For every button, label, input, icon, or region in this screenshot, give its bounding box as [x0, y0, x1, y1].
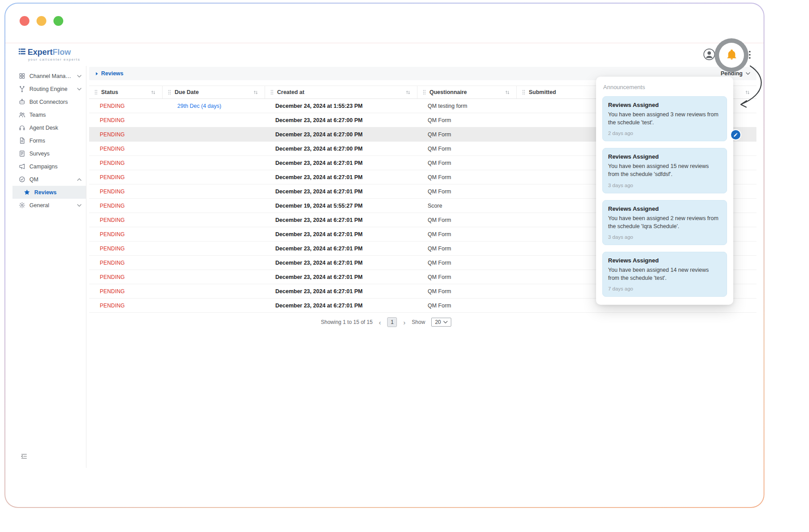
cell-due — [162, 299, 265, 312]
cell-questionnaire: QM Form — [417, 156, 516, 170]
collapse-sidebar-icon[interactable] — [12, 448, 86, 468]
cell-due — [162, 227, 265, 241]
announcement-title: Reviews Assigned — [608, 257, 721, 264]
sort-icon[interactable] — [505, 90, 510, 95]
cell-questionnaire: QM Form — [417, 142, 516, 156]
drag-handle-icon[interactable] — [423, 90, 426, 95]
column-header-status: Status — [89, 86, 162, 98]
brand-logo: ExpertFlow your callcenter experts — [19, 48, 80, 61]
cell-created: December 23, 2024 at 6:27:01 PM — [265, 241, 417, 255]
cell-due — [162, 170, 265, 184]
sidebar-item-qm[interactable]: QM — [12, 173, 86, 186]
next-page-button[interactable]: › — [403, 319, 405, 326]
announcement-card[interactable]: Reviews AssignedYou have been assigned 2… — [602, 200, 727, 245]
headset-icon — [19, 124, 25, 131]
column-header-questionnaire: Questionnaire — [417, 86, 516, 98]
breadcrumb-label: Reviews — [101, 70, 123, 77]
drag-handle-icon[interactable] — [94, 90, 98, 95]
announcements-list: Reviews AssignedYou have been assigned 3… — [602, 96, 727, 297]
caret-right-icon — [95, 72, 98, 76]
drag-handle-icon[interactable] — [522, 90, 525, 95]
announcement-card[interactable]: Reviews AssignedYou have been assigned 3… — [602, 96, 727, 141]
column-header-due-date: Due Date — [162, 86, 265, 98]
cell-due — [162, 127, 265, 141]
sidebar-item-agent-desk[interactable]: Agent Desk — [12, 121, 86, 134]
cell-due — [162, 113, 265, 127]
cell-status: PENDING — [89, 156, 162, 170]
sidebar-item-label: Teams — [29, 112, 46, 118]
cell-due — [162, 270, 265, 284]
cell-created: December 23, 2024 at 6:27:01 PM — [265, 256, 417, 270]
survey-icon — [19, 150, 25, 157]
minimize-button[interactable] — [37, 16, 46, 26]
sidebar-item-routing-engine[interactable]: Routing Engine — [12, 82, 86, 95]
page-number-button[interactable]: 1 — [387, 317, 397, 327]
chevron-up-icon — [77, 178, 82, 181]
titlebar — [5, 4, 764, 43]
sidebar-item-label: General — [29, 202, 49, 209]
cell-created: December 23, 2024 at 6:27:01 PM — [265, 156, 417, 170]
notifications-button[interactable] — [719, 43, 744, 68]
sidebar-item-reviews[interactable]: Reviews — [12, 186, 86, 199]
cell-created: December 23, 2024 at 6:27:01 PM — [265, 270, 417, 284]
cell-questionnaire: QM Form — [417, 270, 516, 284]
pagination: Showing 1 to 15 of 15 ‹ 1 › Show 20 — [89, 317, 756, 327]
cell-created: December 23, 2024 at 6:27:01 PM — [265, 227, 417, 241]
row-action-button[interactable] — [731, 130, 740, 139]
sidebar-item-teams[interactable]: Teams — [12, 108, 86, 121]
column-label: Questionnaire — [429, 89, 467, 95]
sidebar-item-bot-connectors[interactable]: Bot Connectors — [12, 95, 86, 108]
cell-due — [162, 199, 265, 213]
close-button[interactable] — [20, 16, 29, 26]
cell-due — [162, 142, 265, 156]
announcement-body: You have been assigned 14 new reviews fr… — [608, 266, 721, 282]
chevron-down-icon — [77, 204, 82, 207]
cell-questionnaire: QM Form — [417, 184, 516, 198]
user-avatar-icon[interactable] — [703, 48, 715, 61]
cell-status: PENDING — [89, 170, 162, 184]
cell-created: December 19, 2024 at 5:55:27 PM — [265, 199, 417, 213]
sidebar-item-forms[interactable]: Forms — [12, 134, 86, 147]
kebab-menu-icon[interactable] — [748, 50, 751, 61]
breadcrumb[interactable]: Reviews — [95, 70, 123, 77]
sidebar-item-label: Bot Connectors — [29, 99, 68, 105]
cell-due — [162, 256, 265, 270]
chevron-down-icon — [443, 321, 448, 323]
announcement-title: Reviews Assigned — [608, 153, 721, 160]
previous-page-button[interactable]: ‹ — [379, 319, 381, 326]
announcements-title: Announcements — [603, 84, 726, 90]
cell-status: PENDING — [89, 270, 162, 284]
sidebar-item-campaigns[interactable]: Campaigns — [12, 160, 86, 173]
announcement-time: 3 days ago — [608, 183, 721, 188]
sort-icon[interactable] — [151, 90, 156, 95]
cell-created: December 23, 2024 at 6:27:01 PM — [265, 284, 417, 298]
sidebar-item-label: Agent Desk — [29, 125, 58, 131]
sidebar-item-surveys[interactable]: Surveys — [12, 147, 86, 160]
cell-created: December 23, 2024 at 6:27:00 PM — [265, 113, 417, 127]
cell-due — [162, 184, 265, 198]
sort-icon[interactable] — [745, 90, 750, 95]
drag-handle-icon[interactable] — [168, 90, 171, 95]
sort-icon[interactable] — [253, 90, 258, 95]
gear-icon — [19, 202, 25, 209]
cell-questionnaire: QM Form — [417, 256, 516, 270]
cell-questionnaire: QM Form — [417, 284, 516, 298]
cell-due — [162, 156, 265, 170]
announcement-body: You have been assigned 15 new reviews fr… — [608, 162, 721, 178]
megaphone-icon — [19, 163, 25, 170]
window-surface: ExpertFlow your callcenter experts Chann… — [5, 4, 764, 507]
sort-icon[interactable] — [405, 90, 411, 95]
sidebar-item-channel-manager[interactable]: Channel Manager — [12, 70, 86, 82]
drag-handle-icon[interactable] — [270, 90, 274, 95]
announcement-card[interactable]: Reviews AssignedYou have been assigned 1… — [602, 252, 727, 297]
announcement-body: You have been assigned 2 new reviews fro… — [608, 214, 721, 230]
pagination-summary: Showing 1 to 15 of 15 — [321, 319, 372, 325]
sidebar-item-general[interactable]: General — [12, 199, 86, 212]
routing-icon — [19, 86, 25, 92]
page-size-select[interactable]: 20 — [431, 318, 451, 327]
zoom-button[interactable] — [53, 16, 63, 26]
cell-status: PENDING — [89, 184, 162, 198]
chevron-down-icon — [77, 75, 82, 78]
cell-due — [162, 241, 265, 255]
announcement-card[interactable]: Reviews AssignedYou have been assigned 1… — [602, 148, 727, 193]
